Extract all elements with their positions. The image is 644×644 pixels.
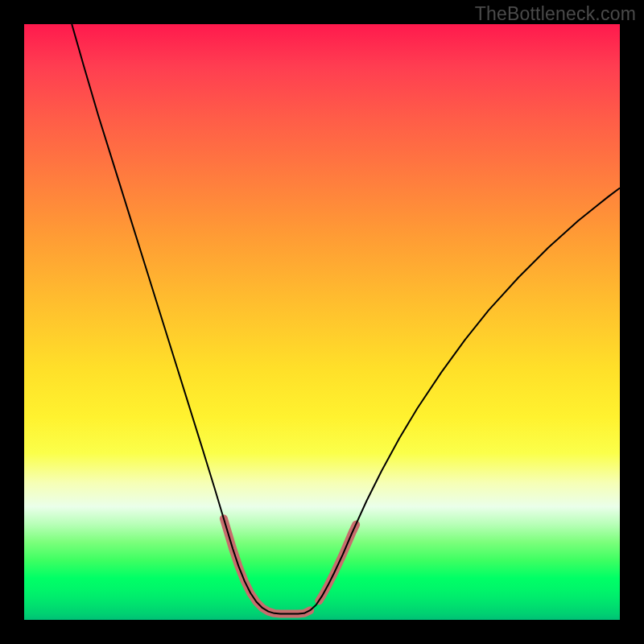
curve-layer (72, 24, 620, 614)
chart-svg (24, 24, 620, 620)
highlight-segment (224, 518, 310, 613)
watermark-text: TheBottleneck.com (475, 3, 636, 25)
plot-area (24, 24, 620, 620)
highlight-layer (224, 518, 356, 613)
chart-frame: TheBottleneck.com (0, 0, 644, 644)
bottleneck-curve (72, 24, 620, 614)
